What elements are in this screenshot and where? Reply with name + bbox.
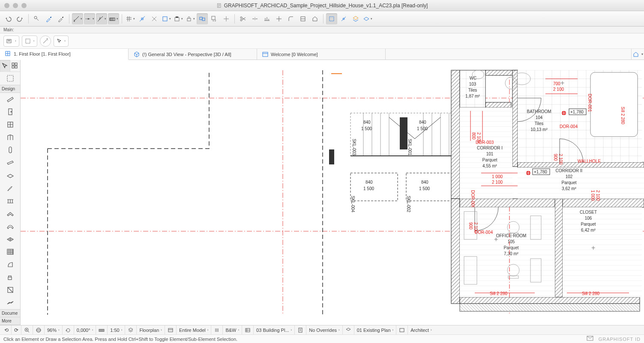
object-tool[interactable] [0, 271, 20, 284]
navigator-button[interactable]: ▾ [631, 49, 644, 60]
model-value[interactable]: Entire Model› [177, 325, 211, 334]
layer-value[interactable]: Floorplan› [137, 325, 165, 334]
measure-button[interactable]: ▾ [72, 13, 83, 24]
zoom-window-button[interactable] [21, 3, 27, 8]
redo-button[interactable] [15, 13, 26, 24]
svg-rect-56 [400, 117, 407, 149]
scale-button[interactable]: 1:2 [209, 13, 220, 24]
skylight-tool[interactable] [0, 233, 20, 246]
pick-tool-button[interactable] [31, 13, 42, 24]
element-snap-button[interactable] [137, 13, 148, 24]
morph-tool[interactable] [0, 258, 20, 271]
filter-icon[interactable] [165, 325, 177, 334]
beam-tool[interactable] [0, 156, 20, 169]
svg-rect-81 [460, 304, 640, 311]
zoom-level[interactable]: 96%› [45, 325, 63, 334]
main-label: Main: [3, 27, 14, 32]
adjust-button[interactable] [261, 13, 273, 24]
plan-icon[interactable] [343, 325, 354, 334]
messages-icon[interactable] [587, 336, 593, 343]
curtain-wall-tool[interactable] [0, 245, 20, 258]
align-button[interactable] [221, 13, 232, 24]
split-button[interactable] [249, 13, 261, 24]
scale-value[interactable]: 1:50› [108, 325, 125, 334]
surface-snap-button[interactable] [149, 13, 160, 24]
minimize-window-button[interactable] [13, 3, 18, 8]
tab-welcome[interactable]: Welcome [0 Welcome] [257, 49, 386, 60]
suspend-button[interactable]: ▾ [173, 13, 184, 24]
tab-floorplan[interactable]: 1. First Floor [1. First Floor] [0, 49, 129, 60]
eyedropper-button[interactable] [43, 13, 54, 24]
override-icon[interactable] [295, 325, 306, 334]
svg-rect-75 [485, 102, 511, 107]
snap-guide-button[interactable]: ▾ [108, 13, 119, 24]
building-icon[interactable] [242, 325, 254, 334]
mesh-tool[interactable] [0, 296, 20, 309]
pen-icon[interactable] [211, 325, 223, 334]
role-icon[interactable] [396, 325, 408, 334]
nav-back-button[interactable]: ⟲ [2, 325, 12, 334]
svg-text:WALLHOLE: WALLHOLE [578, 159, 601, 164]
main-toolbar: ▾ ▾ ▾ ▾ ▾ ▾ ▾ ▾ 1:2 ▾ [0, 11, 644, 27]
svg-text:Tiles: Tiles [535, 121, 544, 126]
grid-tool[interactable] [10, 60, 21, 72]
show-selection-button[interactable] [326, 13, 337, 24]
tab-3d-view[interactable]: (!) General 3D View - Perspective [3D / … [129, 49, 257, 60]
overrides-value[interactable]: No Overrides› [306, 325, 342, 334]
resize-button[interactable] [297, 13, 309, 24]
close-window-button[interactable] [4, 3, 9, 8]
column-tool[interactable] [0, 144, 20, 157]
stair-tool[interactable] [0, 182, 20, 195]
arrow-tool[interactable] [0, 60, 10, 72]
inject-button[interactable] [55, 13, 66, 24]
lock-button[interactable]: ▾ [185, 13, 196, 24]
rotate-icon[interactable] [63, 325, 74, 334]
secondary-toolbar: › › › [0, 33, 644, 49]
svg-rect-29 [9, 147, 12, 153]
svg-text:840: 840 [363, 120, 371, 125]
trace-button[interactable] [338, 13, 349, 24]
zoom-extent-button[interactable] [21, 325, 33, 334]
layer-icon[interactable] [125, 325, 137, 334]
window-tool[interactable] [0, 118, 20, 131]
drawing-canvas[interactable]: SKL-004 840 1 500 SKL-002 840 1 500 SKL-… [21, 60, 644, 325]
shell-tool[interactable] [0, 220, 20, 233]
svg-text:Parquet: Parquet [482, 158, 497, 162]
door-tool[interactable] [0, 105, 20, 118]
fillet-button[interactable] [285, 13, 297, 24]
favorites-dropdown[interactable]: › [3, 36, 19, 47]
guideline-button[interactable]: ▾ [84, 13, 95, 24]
snap-point-button[interactable]: ▾ [96, 13, 107, 24]
magic-wand-button[interactable] [40, 36, 51, 47]
corner-window-tool[interactable] [0, 131, 20, 144]
scale-icon[interactable] [96, 325, 108, 334]
slab-tool[interactable] [0, 169, 20, 182]
arrow-dropdown[interactable]: › [54, 36, 69, 47]
compare-button[interactable] [350, 13, 361, 24]
plan-value[interactable]: 01 Existing Plan› [354, 325, 397, 334]
svg-point-2 [88, 18, 89, 19]
wall-tool[interactable] [0, 93, 20, 106]
grid-snap-button[interactable]: ▾ [125, 13, 136, 24]
pen-value[interactable]: B&W› [223, 325, 242, 334]
svg-rect-71 [451, 70, 460, 199]
zone-tool[interactable] [0, 284, 20, 297]
edit-building-button[interactable] [309, 13, 321, 24]
nav-forward-button[interactable]: ⟳ [12, 325, 21, 334]
railing-tool[interactable] [0, 194, 20, 207]
intersect-button[interactable] [273, 13, 285, 24]
orbit-button[interactable] [33, 325, 45, 334]
marquee-tool[interactable] [0, 72, 20, 85]
role-value[interactable]: Architect› [408, 325, 434, 334]
svg-text:+: + [494, 236, 498, 243]
group-button[interactable] [197, 13, 208, 24]
svg-text:1 000: 1 000 [492, 174, 503, 179]
angle-value[interactable]: 0,000°› [74, 325, 96, 334]
trim-button[interactable] [237, 13, 249, 24]
geometry-dropdown[interactable]: › [22, 36, 38, 47]
renovation-button[interactable]: ▾ [362, 13, 373, 24]
roof-tool[interactable] [0, 207, 20, 220]
box-button[interactable]: ▾ [161, 13, 172, 24]
undo-button[interactable] [3, 13, 14, 24]
building-value[interactable]: 03 Building Pl...› [254, 325, 295, 334]
